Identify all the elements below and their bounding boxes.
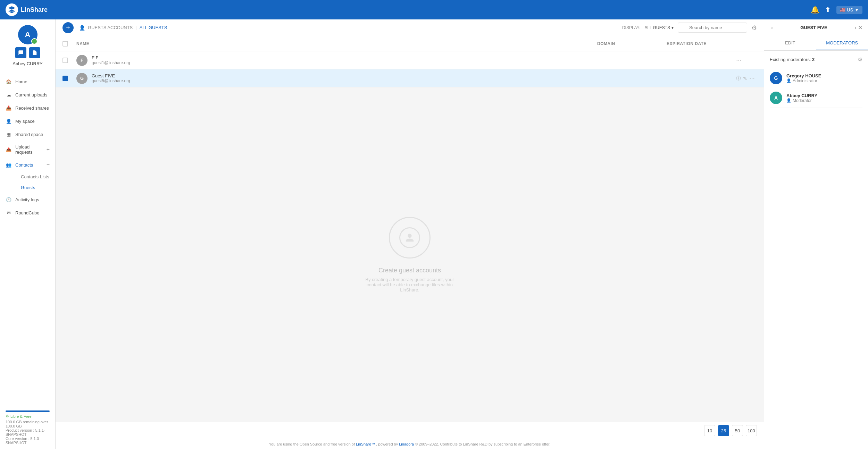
add-button[interactable]: + [62, 22, 74, 33]
pagination-100[interactable]: 100 [746, 425, 757, 436]
sidebar-item-roundcube[interactable]: ✉ RoundCube [0, 206, 55, 219]
table-row[interactable]: G Guest FIVE guest5@linshare.org ⓘ ✎ ⋯ [56, 69, 764, 87]
app-logo[interactable]: LinShare [6, 3, 48, 16]
upload-requests-icon: 📤 [6, 146, 12, 153]
sidebar-item-current-uploads[interactable]: ☁ Current uploads [0, 88, 55, 101]
linshare-link[interactable]: LinShare™ [356, 442, 375, 446]
sidebar-item-label: Shared space [15, 132, 50, 137]
upload-icon[interactable]: ⬆ [825, 6, 831, 14]
sidebar-item-label: Activity logs [15, 197, 50, 202]
edit-icon[interactable]: ✎ [743, 76, 747, 81]
sidebar-item-upload-requests[interactable]: 📤 Upload requests + [0, 141, 55, 158]
toolbar-right: DISPLAY: ALL GUESTS ▾ 🔍 ⚙ [622, 23, 757, 33]
sidebar-item-label: RoundCube [15, 210, 50, 215]
sidebar-item-received-shares[interactable]: 📥 Received shares [0, 101, 55, 115]
tab-moderators[interactable]: MODERATORS [816, 36, 868, 50]
pagination-25[interactable]: 25 [718, 425, 729, 436]
select-all-checkbox[interactable] [62, 41, 68, 46]
row-info: F F guest1@linshare.org [92, 55, 597, 65]
sidebar-user-icons [15, 47, 40, 58]
sidebar-item-guests[interactable]: Guests [15, 182, 55, 193]
topbar: LinShare 🔔 ⬆ 🇺🇸 US ▼ [0, 0, 868, 19]
row-info: Guest FIVE guest5@linshare.org [92, 73, 597, 83]
tab-edit[interactable]: EDIT [764, 36, 816, 50]
right-panel: ‹ GUEST FIVE › ✕ EDIT MODERATORS Existin… [764, 19, 868, 449]
moderator-info: Gregory HOUSE 👤 Administrator [786, 73, 862, 83]
panel-close-button[interactable]: ✕ [858, 24, 862, 31]
moderator-item: G Gregory HOUSE 👤 Administrator [770, 68, 862, 88]
panel-next-button[interactable]: › [853, 23, 858, 32]
sidebar-item-my-space[interactable]: 👤 My space [0, 115, 55, 128]
moderator-item: A Abbey CURRY 👤 Moderator [770, 88, 862, 108]
storage-label: 100.0 GB remaining over 100.0 GB [6, 420, 50, 428]
row-avatar: F [76, 55, 87, 66]
role-icon: 👤 [786, 78, 791, 83]
layout-icon: ▦ [6, 131, 12, 137]
col-header-expiry: EXPIRATION DATE [667, 41, 736, 46]
moderator-avatar: A [770, 92, 782, 104]
display-value[interactable]: ALL GUESTS ▾ [644, 25, 674, 30]
panel-prev-button[interactable]: ‹ [770, 23, 774, 32]
moderator-avatar: G [770, 72, 782, 84]
col-header-name: NAME [76, 41, 597, 46]
settings-icon[interactable]: ⚙ [751, 24, 757, 32]
flag-emoji: 🇺🇸 [840, 7, 845, 12]
chevron-down-icon: ▼ [854, 7, 859, 12]
breadcrumb-bar: + 👤 GUESTS ACCOUNTS | ALL GUESTS DISPLAY… [56, 19, 764, 36]
pagination-10[interactable]: 10 [704, 425, 715, 436]
table-row[interactable]: F F F guest1@linshare.org ⋯ [56, 51, 764, 69]
sidebar-item-shared-space[interactable]: ▦ Shared space [0, 128, 55, 141]
sidebar-item-home[interactable]: 🏠 Home [0, 75, 55, 88]
sidebar: A Abbey CURRY 🏠 Home ☁ Current uploads 📥… [0, 19, 56, 449]
content-area: + 👤 GUESTS ACCOUNTS | ALL GUESTS DISPLAY… [56, 19, 764, 449]
sidebar-footer: ♻ Libre & Free 100.0 GB remaining over 1… [0, 406, 55, 449]
sidebar-item-activity-logs[interactable]: 🕐 Activity logs [0, 193, 55, 206]
storage-progress [6, 410, 50, 412]
sidebar-item-contacts[interactable]: 👥 Contacts − [0, 158, 55, 171]
avatar: A [18, 25, 37, 44]
panel-title: GUEST FIVE [774, 25, 853, 30]
clock-icon: 🕐 [6, 196, 12, 203]
sidebar-item-label: My space [15, 119, 50, 124]
header-checkbox-col [62, 41, 76, 46]
search-input[interactable] [678, 23, 747, 33]
sidebar-nav: 🏠 Home ☁ Current uploads 📥 Received shar… [0, 72, 55, 406]
core-version: Core version : 5.1.0-SNAPSHOT [6, 437, 50, 445]
sidebar-item-label: Received shares [15, 105, 50, 111]
row-checkbox[interactable] [62, 76, 76, 81]
sidebar-item-label: Home [15, 79, 50, 84]
display-label: DISPLAY: [622, 25, 640, 30]
moderator-role: 👤 Administrator [786, 78, 862, 83]
language-selector[interactable]: 🇺🇸 US ▼ [836, 6, 862, 14]
chevron-down-icon: ▾ [671, 25, 674, 30]
sidebar-icon-2[interactable] [29, 47, 40, 58]
main-content: + 👤 GUESTS ACCOUNTS | ALL GUESTS DISPLAY… [56, 19, 868, 449]
empty-state-inner-icon [399, 227, 420, 248]
info-icon[interactable]: ⓘ [736, 75, 741, 82]
panel-settings-icon[interactable]: ⚙ [858, 56, 862, 63]
contacts-icon: 👥 [6, 162, 12, 168]
sidebar-item-contacts-lists[interactable]: Contacts Lists [15, 171, 55, 182]
linagora-link[interactable]: Linagora [399, 442, 414, 446]
search-wrap: 🔍 [678, 23, 747, 33]
pagination-50[interactable]: 50 [732, 425, 743, 436]
empty-state: Create guest accounts By creating a temp… [56, 87, 764, 422]
panel-body: Existing moderators: 2 ⚙ G Gregory HOUSE… [764, 51, 868, 449]
sidebar-item-label: Contacts [15, 162, 43, 168]
notification-icon[interactable]: 🔔 [811, 6, 819, 14]
person-icon: 👤 [6, 118, 12, 124]
more-options-icon[interactable]: ⋯ [736, 57, 742, 63]
row-actions: ⓘ ✎ ⋯ [736, 75, 757, 82]
guests-accounts-icon: 👤 [79, 25, 85, 31]
empty-state-title: Create guest accounts [378, 267, 441, 274]
row-email: guest1@linshare.org [92, 60, 597, 65]
more-options-icon[interactable]: ⋯ [749, 75, 755, 82]
moderator-info: Abbey CURRY 👤 Moderator [786, 93, 862, 103]
sidebar-icon-1[interactable] [15, 47, 26, 58]
breadcrumb-current[interactable]: ALL GUESTS [140, 25, 167, 30]
row-checkbox[interactable] [62, 58, 76, 63]
table-header: NAME DOMAIN EXPIRATION DATE [56, 36, 764, 51]
pagination: 10 25 50 100 [56, 422, 764, 439]
minus-icon: − [47, 162, 50, 168]
panel-header: ‹ GUEST FIVE › ✕ [764, 19, 868, 36]
